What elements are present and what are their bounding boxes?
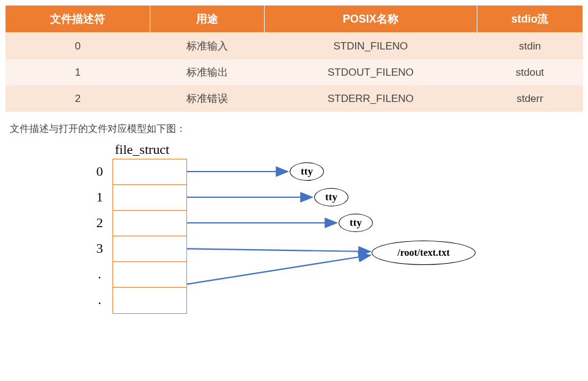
struct-cell <box>113 236 186 262</box>
struct-cells <box>112 159 187 314</box>
struct-label: file_struct <box>115 142 583 158</box>
arrows-area: tty tty tty /root/text.txt <box>187 159 517 342</box>
struct-cell <box>113 159 186 185</box>
struct-cell <box>113 288 186 313</box>
cell-usage: 标准输出 <box>150 59 264 85</box>
svg-line-4 <box>187 249 370 252</box>
index-label: 1 <box>90 184 109 210</box>
index-label: 2 <box>90 210 109 236</box>
index-label: . <box>90 287 109 313</box>
file-struct-diagram: file_struct 0 1 2 3 . . <box>90 142 583 342</box>
node-tty: tty <box>339 214 373 232</box>
diagram-caption: 文件描述与打开的文件对应模型如下图： <box>10 123 583 136</box>
index-column: 0 1 2 3 . . <box>90 159 112 313</box>
cell-posix: STDOUT_FILENO <box>264 59 477 85</box>
table-row: 2 标准错误 STDERR_FILENO stderr <box>6 85 583 112</box>
cell-posix: STDIN_FILENO <box>264 33 477 60</box>
col-usage: 用途 <box>150 5 264 33</box>
cell-fd: 2 <box>6 85 150 112</box>
cell-usage: 标准错误 <box>150 85 264 112</box>
cell-fd: 1 <box>6 59 150 85</box>
cell-usage: 标准输入 <box>150 33 264 60</box>
struct-cell <box>113 211 186 236</box>
svg-line-5 <box>187 255 370 287</box>
index-label: 3 <box>90 236 109 261</box>
cell-stdio: stdout <box>477 59 582 85</box>
index-label: . <box>90 261 109 287</box>
col-stdio: stdio流 <box>477 5 582 33</box>
cell-stdio: stderr <box>477 85 582 112</box>
index-label: 0 <box>90 159 109 184</box>
cell-posix: STDERR_FILENO <box>264 85 477 112</box>
table-row: 0 标准输入 STDIN_FILENO stdin <box>6 33 583 60</box>
col-fd: 文件描述符 <box>6 5 150 33</box>
node-tty: tty <box>290 162 324 181</box>
struct-cell <box>113 262 186 288</box>
cell-fd: 0 <box>6 33 150 60</box>
node-file: /root/text.txt <box>372 241 476 265</box>
col-posix: POSIX名称 <box>264 5 477 33</box>
cell-stdio: stdin <box>477 33 582 60</box>
fd-table: 文件描述符 用途 POSIX名称 stdio流 0 标准输入 STDIN_FIL… <box>5 5 583 112</box>
node-tty: tty <box>314 188 348 206</box>
table-row: 1 标准输出 STDOUT_FILENO stdout <box>6 59 583 85</box>
struct-cell <box>113 185 186 211</box>
